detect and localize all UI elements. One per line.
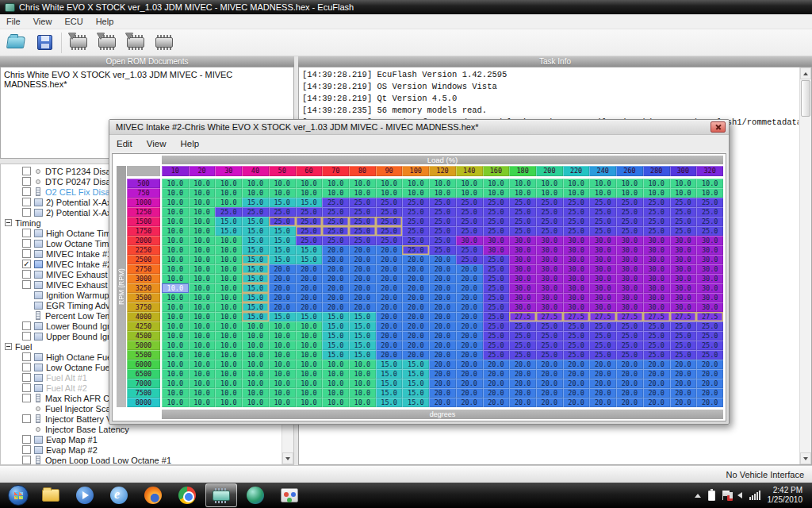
table-cell[interactable]: 25.0 — [402, 217, 429, 226]
table-cell[interactable]: 25.0 — [429, 217, 456, 226]
column-header[interactable]: 10 — [162, 166, 189, 176]
table-cell[interactable]: 10.0 — [670, 188, 697, 198]
table-cell[interactable]: 10.0 — [589, 188, 616, 198]
battery-icon[interactable] — [708, 491, 715, 501]
row-header[interactable]: 3750 — [127, 302, 160, 312]
table-cell[interactable]: 30.0 — [536, 255, 563, 264]
table-cell[interactable]: 10.0 — [162, 379, 189, 388]
row-header[interactable]: 6000 — [127, 360, 160, 369]
table-cell[interactable]: 15.0 — [322, 321, 349, 331]
table-cell[interactable]: 25.0 — [376, 236, 403, 245]
row-header[interactable]: 4000 — [127, 312, 160, 321]
table-cell[interactable]: 25.0 — [643, 321, 670, 331]
table-cell[interactable]: 10.0 — [162, 255, 189, 264]
column-header[interactable]: 200 — [536, 166, 563, 176]
table-cell[interactable]: 25.0 — [509, 331, 536, 341]
table-cell[interactable]: 10.0 — [189, 264, 216, 274]
row-header[interactable]: 1750 — [127, 226, 160, 236]
table-cell[interactable]: 25.0 — [536, 331, 563, 341]
table-cell[interactable]: 15.0 — [269, 226, 296, 236]
table-cell[interactable]: 25.0 — [589, 226, 616, 236]
table-cell[interactable]: 20.0 — [349, 293, 376, 302]
table-cell[interactable]: 20.0 — [376, 302, 403, 312]
table-cell[interactable]: 30.0 — [563, 245, 590, 255]
volume-icon[interactable] — [737, 492, 742, 498]
table-cell[interactable]: 30.0 — [589, 274, 616, 283]
table-cell[interactable]: 10.0 — [269, 331, 296, 341]
table-cell[interactable]: 20.0 — [376, 255, 403, 264]
row-header[interactable]: 2500 — [127, 255, 160, 264]
table-menu-help[interactable]: Help — [174, 137, 207, 150]
table-cell[interactable]: 10.0 — [162, 264, 189, 274]
table-cell[interactable]: 25.0 — [322, 198, 349, 207]
table-cell[interactable]: 25.0 — [696, 226, 723, 236]
table-cell[interactable]: 25.0 — [670, 198, 697, 207]
table-cell[interactable]: 25.0 — [563, 341, 590, 350]
table-cell[interactable]: 25.0 — [456, 207, 483, 217]
table-cell[interactable]: 30.0 — [536, 236, 563, 245]
tree-item[interactable]: Open Loop Load Low Octane #1 — [1, 455, 282, 464]
table-cell[interactable]: 20.0 — [429, 283, 456, 293]
table-cell[interactable]: 25.0 — [456, 245, 483, 255]
table-cell[interactable]: 20.0 — [616, 379, 643, 388]
row-header[interactable]: 5500 — [127, 350, 160, 360]
column-header[interactable]: 90 — [376, 166, 403, 176]
table-cell[interactable]: 20.0 — [456, 312, 483, 321]
table-cell[interactable]: 30.0 — [670, 245, 697, 255]
table-cell[interactable]: 20.0 — [349, 302, 376, 312]
write-to-ecu-button[interactable] — [95, 32, 119, 54]
column-header[interactable]: 80 — [349, 166, 376, 176]
table-cell[interactable]: 10.0 — [189, 207, 216, 217]
table-cell[interactable]: 20.0 — [429, 388, 456, 398]
table-cell[interactable]: 10.0 — [643, 188, 670, 198]
tray-expand-icon[interactable] — [695, 494, 701, 498]
table-cell[interactable]: 10.0 — [215, 264, 242, 274]
table-cell[interactable]: 25.0 — [349, 226, 376, 236]
table-cell[interactable]: 10.0 — [322, 179, 349, 188]
table-cell[interactable]: 25.0 — [643, 226, 670, 236]
table-cell[interactable]: 10.0 — [242, 369, 269, 379]
table-cell[interactable]: 20.0 — [456, 302, 483, 312]
table-cell[interactable]: 25.0 — [616, 207, 643, 217]
table-cell[interactable]: 10.0 — [162, 226, 189, 236]
row-header[interactable]: 6500 — [127, 369, 160, 379]
table-cell[interactable]: 20.0 — [563, 379, 590, 388]
table-cell[interactable]: 25.0 — [483, 350, 510, 360]
table-cell[interactable]: 25.0 — [509, 341, 536, 350]
table-cell[interactable]: 10.0 — [456, 179, 483, 188]
table-cell[interactable]: 20.0 — [483, 379, 510, 388]
table-cell[interactable]: 20.0 — [589, 379, 616, 388]
table-cell[interactable]: 25.0 — [589, 207, 616, 217]
table-cell[interactable]: 20.0 — [269, 264, 296, 274]
table-menu-view[interactable]: View — [140, 137, 174, 150]
table-cell[interactable]: 10.0 — [215, 360, 242, 369]
table-cell[interactable]: 15.0 — [296, 198, 323, 207]
table-cell[interactable]: 20.0 — [376, 283, 403, 293]
table-cell[interactable]: 30.0 — [589, 264, 616, 274]
row-header[interactable]: 750 — [127, 188, 160, 198]
table-cell[interactable]: 15.0 — [402, 369, 429, 379]
table-cell[interactable]: 10.0 — [215, 321, 242, 331]
table-cell[interactable]: 20.0 — [269, 293, 296, 302]
table-cell[interactable]: 10.0 — [242, 188, 269, 198]
table-cell[interactable]: 25.0 — [536, 198, 563, 207]
table-cell[interactable]: 20.0 — [509, 398, 536, 407]
table-cell[interactable]: 25.0 — [483, 207, 510, 217]
table-cell[interactable]: 25.0 — [296, 217, 323, 226]
table-cell[interactable]: 20.0 — [376, 245, 403, 255]
table-cell[interactable]: 30.0 — [696, 255, 723, 264]
table-cell[interactable]: 30.0 — [643, 264, 670, 274]
table-cell[interactable]: 25.0 — [616, 341, 643, 350]
table-cell[interactable]: 25.0 — [483, 226, 510, 236]
table-cell[interactable]: 30.0 — [643, 236, 670, 245]
table-cell[interactable]: 10.0 — [162, 312, 189, 321]
column-header[interactable]: 70 — [322, 166, 349, 176]
row-header[interactable]: 7500 — [127, 388, 160, 398]
row-header[interactable]: 7000 — [127, 379, 160, 388]
row-header[interactable]: 5000 — [127, 341, 160, 350]
table-cell[interactable]: 30.0 — [696, 283, 723, 293]
row-header[interactable]: 500 — [127, 179, 160, 188]
table-cell[interactable]: 30.0 — [536, 302, 563, 312]
table-cell[interactable]: 10.0 — [242, 398, 269, 407]
table-cell[interactable]: 20.0 — [269, 283, 296, 293]
